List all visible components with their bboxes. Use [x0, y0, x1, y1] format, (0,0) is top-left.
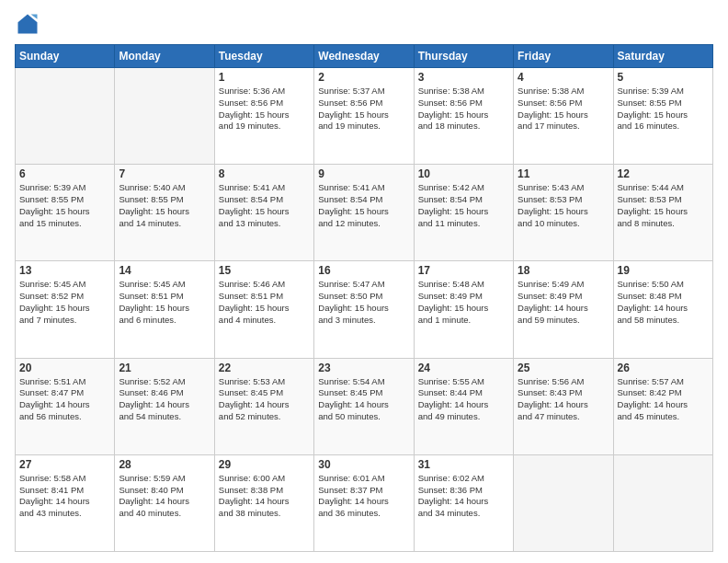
cell-content: Sunrise: 5:45 AMSunset: 8:52 PMDaylight:…: [19, 279, 110, 326]
calendar-cell: 4Sunrise: 5:38 AMSunset: 8:56 PMDaylight…: [514, 68, 613, 165]
cell-content: Sunrise: 5:55 AMSunset: 8:44 PMDaylight:…: [418, 376, 509, 423]
calendar-cell: 3Sunrise: 5:38 AMSunset: 8:56 PMDaylight…: [414, 68, 513, 165]
calendar-cell: 26Sunrise: 5:57 AMSunset: 8:42 PMDayligh…: [613, 358, 712, 454]
svg-marker-0: [18, 15, 38, 34]
calendar-cell: 30Sunrise: 6:01 AMSunset: 8:37 PMDayligh…: [314, 454, 414, 551]
calendar-cell: 22Sunrise: 5:53 AMSunset: 8:45 PMDayligh…: [214, 358, 313, 454]
cell-content: Sunrise: 5:57 AMSunset: 8:42 PMDaylight:…: [618, 376, 709, 423]
day-number: 7: [119, 167, 210, 180]
day-header-saturday: Saturday: [613, 45, 712, 68]
cell-content: Sunrise: 5:49 AMSunset: 8:49 PMDaylight:…: [518, 279, 609, 326]
calendar-cell: 19Sunrise: 5:50 AMSunset: 8:48 PMDayligh…: [613, 261, 712, 358]
cell-content: Sunrise: 5:50 AMSunset: 8:48 PMDaylight:…: [618, 279, 709, 326]
day-number: 13: [19, 264, 110, 277]
calendar-cell: 2Sunrise: 5:37 AMSunset: 8:56 PMDaylight…: [314, 68, 414, 165]
day-number: 18: [518, 264, 609, 277]
calendar-cell: 21Sunrise: 5:52 AMSunset: 8:46 PMDayligh…: [115, 358, 214, 454]
day-number: 21: [119, 362, 210, 374]
cell-content: Sunrise: 5:52 AMSunset: 8:46 PMDaylight:…: [119, 376, 210, 423]
calendar-cell: 9Sunrise: 5:41 AMSunset: 8:54 PMDaylight…: [314, 165, 414, 261]
day-number: 26: [618, 362, 709, 374]
calendar-cell: 28Sunrise: 5:59 AMSunset: 8:40 PMDayligh…: [115, 454, 214, 551]
cell-content: Sunrise: 5:38 AMSunset: 8:56 PMDaylight:…: [518, 86, 609, 132]
page: SundayMondayTuesdayWednesdayThursdayFrid…: [0, 0, 728, 563]
calendar-cell: [115, 68, 214, 165]
cell-content: Sunrise: 5:39 AMSunset: 8:55 PMDaylight:…: [618, 86, 709, 132]
calendar-cell: 14Sunrise: 5:45 AMSunset: 8:51 PMDayligh…: [115, 261, 214, 358]
calendar-cell: 25Sunrise: 5:56 AMSunset: 8:43 PMDayligh…: [514, 358, 613, 454]
cell-content: Sunrise: 5:54 AMSunset: 8:45 PMDaylight:…: [318, 376, 409, 423]
day-number: 22: [219, 362, 310, 374]
calendar-week-row: 27Sunrise: 5:58 AMSunset: 8:41 PMDayligh…: [16, 454, 713, 551]
cell-content: Sunrise: 5:58 AMSunset: 8:41 PMDaylight:…: [19, 473, 110, 520]
calendar-cell: 6Sunrise: 5:39 AMSunset: 8:55 PMDaylight…: [16, 165, 115, 261]
calendar-cell: 27Sunrise: 5:58 AMSunset: 8:41 PMDayligh…: [16, 454, 115, 551]
calendar-cell: 23Sunrise: 5:54 AMSunset: 8:45 PMDayligh…: [314, 358, 414, 454]
cell-content: Sunrise: 5:43 AMSunset: 8:53 PMDaylight:…: [518, 182, 609, 229]
calendar-cell: 1Sunrise: 5:36 AMSunset: 8:56 PMDaylight…: [214, 68, 313, 165]
cell-content: Sunrise: 6:02 AMSunset: 8:36 PMDaylight:…: [418, 473, 509, 520]
day-header-tuesday: Tuesday: [214, 45, 313, 68]
calendar-cell: [16, 68, 115, 165]
day-number: 6: [19, 167, 110, 180]
day-number: 12: [618, 167, 709, 180]
calendar-cell: 18Sunrise: 5:49 AMSunset: 8:49 PMDayligh…: [514, 261, 613, 358]
day-number: 30: [318, 458, 409, 471]
day-number: 25: [518, 362, 609, 374]
logo-icon: [15, 11, 40, 37]
day-number: 31: [418, 458, 509, 471]
calendar-cell: 7Sunrise: 5:40 AMSunset: 8:55 PMDaylight…: [115, 165, 214, 261]
cell-content: Sunrise: 6:00 AMSunset: 8:38 PMDaylight:…: [219, 473, 310, 520]
calendar-cell: 12Sunrise: 5:44 AMSunset: 8:53 PMDayligh…: [613, 165, 712, 261]
calendar-week-row: 1Sunrise: 5:36 AMSunset: 8:56 PMDaylight…: [16, 68, 713, 165]
calendar-cell: 29Sunrise: 6:00 AMSunset: 8:38 PMDayligh…: [214, 454, 313, 551]
day-number: 8: [219, 167, 310, 180]
day-number: 24: [418, 362, 509, 374]
calendar-cell: 31Sunrise: 6:02 AMSunset: 8:36 PMDayligh…: [414, 454, 513, 551]
calendar-week-row: 20Sunrise: 5:51 AMSunset: 8:47 PMDayligh…: [16, 358, 713, 454]
day-header-sunday: Sunday: [16, 45, 115, 68]
calendar-table: SundayMondayTuesdayWednesdayThursdayFrid…: [15, 44, 713, 552]
cell-content: Sunrise: 5:53 AMSunset: 8:45 PMDaylight:…: [219, 376, 310, 423]
day-header-thursday: Thursday: [414, 45, 513, 68]
calendar-cell: [613, 454, 712, 551]
cell-content: Sunrise: 5:47 AMSunset: 8:50 PMDaylight:…: [318, 279, 409, 326]
calendar-cell: 20Sunrise: 5:51 AMSunset: 8:47 PMDayligh…: [16, 358, 115, 454]
calendar-cell: 15Sunrise: 5:46 AMSunset: 8:51 PMDayligh…: [214, 261, 313, 358]
cell-content: Sunrise: 5:45 AMSunset: 8:51 PMDaylight:…: [119, 279, 210, 326]
calendar-cell: 16Sunrise: 5:47 AMSunset: 8:50 PMDayligh…: [314, 261, 414, 358]
cell-content: Sunrise: 5:44 AMSunset: 8:53 PMDaylight:…: [618, 182, 709, 229]
calendar-cell: 17Sunrise: 5:48 AMSunset: 8:49 PMDayligh…: [414, 261, 513, 358]
cell-content: Sunrise: 5:46 AMSunset: 8:51 PMDaylight:…: [219, 279, 310, 326]
day-number: 15: [219, 264, 310, 277]
cell-content: Sunrise: 5:40 AMSunset: 8:55 PMDaylight:…: [119, 182, 210, 229]
day-number: 3: [418, 71, 509, 84]
day-number: 2: [318, 71, 409, 84]
cell-content: Sunrise: 5:51 AMSunset: 8:47 PMDaylight:…: [19, 376, 110, 423]
cell-content: Sunrise: 5:36 AMSunset: 8:56 PMDaylight:…: [219, 86, 310, 132]
calendar-week-row: 6Sunrise: 5:39 AMSunset: 8:55 PMDaylight…: [16, 165, 713, 261]
day-number: 17: [418, 264, 509, 277]
calendar-cell: 8Sunrise: 5:41 AMSunset: 8:54 PMDaylight…: [214, 165, 313, 261]
day-number: 29: [219, 458, 310, 471]
day-number: 23: [318, 362, 409, 374]
cell-content: Sunrise: 5:56 AMSunset: 8:43 PMDaylight:…: [518, 376, 609, 423]
cell-content: Sunrise: 6:01 AMSunset: 8:37 PMDaylight:…: [318, 473, 409, 520]
logo: [15, 11, 44, 37]
cell-content: Sunrise: 5:42 AMSunset: 8:54 PMDaylight:…: [418, 182, 509, 229]
day-number: 27: [19, 458, 110, 471]
day-number: 9: [318, 167, 409, 180]
cell-content: Sunrise: 5:39 AMSunset: 8:55 PMDaylight:…: [19, 182, 110, 229]
cell-content: Sunrise: 5:41 AMSunset: 8:54 PMDaylight:…: [219, 182, 310, 229]
calendar-cell: 13Sunrise: 5:45 AMSunset: 8:52 PMDayligh…: [16, 261, 115, 358]
calendar-cell: [514, 454, 613, 551]
day-number: 5: [618, 71, 709, 84]
day-number: 19: [618, 264, 709, 277]
day-header-monday: Monday: [115, 45, 214, 68]
cell-content: Sunrise: 5:48 AMSunset: 8:49 PMDaylight:…: [418, 279, 509, 326]
day-number: 10: [418, 167, 509, 180]
calendar-cell: 5Sunrise: 5:39 AMSunset: 8:55 PMDaylight…: [613, 68, 712, 165]
day-number: 4: [518, 71, 609, 84]
day-header-wednesday: Wednesday: [314, 45, 414, 68]
calendar-week-row: 13Sunrise: 5:45 AMSunset: 8:52 PMDayligh…: [16, 261, 713, 358]
